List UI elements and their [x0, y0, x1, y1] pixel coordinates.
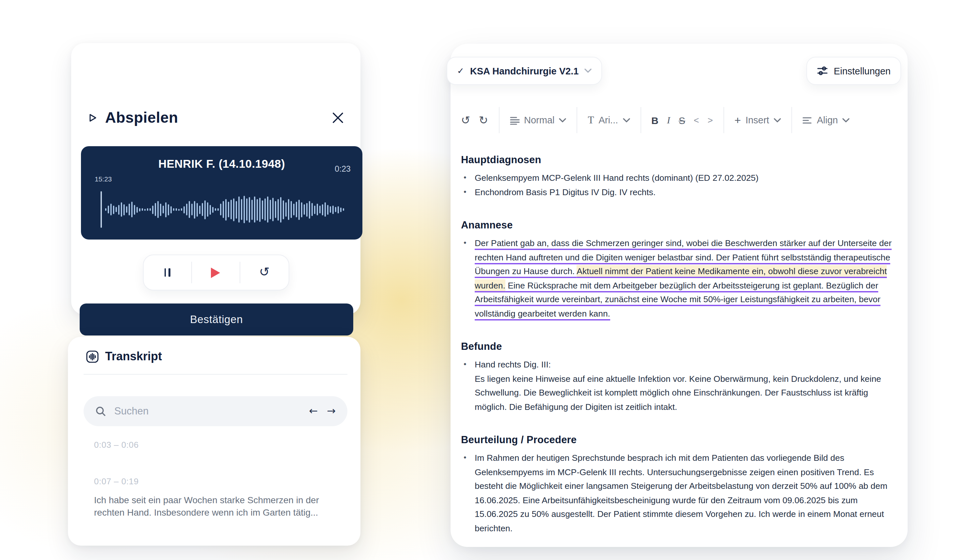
- app-background: Abspielen HENRIK F. (14.10.1948) 0:23 15…: [0, 0, 969, 560]
- entry-text: Ich habe seit ein paar Wochen starke Sch…: [94, 494, 326, 519]
- underlined-text: Eine Rücksprache mit dem Arbeitgeber bez…: [475, 280, 881, 318]
- template-selector[interactable]: ✓ KSA Handchirurgie V2.1: [447, 57, 602, 85]
- transcript-title: Transkript: [105, 350, 162, 364]
- next-match-button[interactable]: →: [327, 406, 336, 416]
- bullet-dot: •: [461, 236, 475, 321]
- section-heading: Befunde: [461, 341, 899, 352]
- transcript-entries: 0:03 – 0:06 0:07 – 0:19 Ich habe seit ei…: [94, 440, 334, 519]
- font-family-select[interactable]: T Ari...: [588, 115, 630, 125]
- chevron-down-icon: [842, 118, 849, 122]
- close-button[interactable]: [329, 109, 346, 126]
- font-tool-icon: T: [588, 115, 594, 125]
- playhead-cursor[interactable]: [101, 191, 102, 228]
- insert-menu-label: Insert: [745, 116, 769, 125]
- transcript-panel: Transkript ← → 0:03 – 0:06 0:07 – 0:19 I…: [68, 337, 360, 546]
- confirm-button[interactable]: Bestätigen: [80, 304, 353, 336]
- plus-icon: +: [734, 115, 741, 126]
- entry-timestamp: 0:03 – 0:06: [94, 440, 334, 450]
- transcript-entry[interactable]: 0:07 – 0:19 Ich habe seit ein paar Woche…: [94, 477, 334, 519]
- undo-button[interactable]: ↺: [461, 115, 470, 126]
- toolbar-divider: [576, 107, 577, 133]
- diagnosis-text: Gelenksempyem MCP-Gelenk III Hand rechts…: [475, 171, 899, 185]
- redo-icon: ↻: [479, 115, 488, 126]
- playback-modal: Abspielen HENRIK F. (14.10.1948) 0:23 15…: [71, 43, 360, 315]
- beurteilung-text: Im Rahmen der heutigen Sprechstunde besp…: [475, 451, 899, 535]
- paragraph-lines-icon: [509, 116, 519, 124]
- patient-name: HENRIK F. (14.10.1948): [81, 157, 362, 171]
- beurteilung-item: • Im Rahmen der heutigen Sprechstunde be…: [461, 451, 899, 535]
- align-icon: [803, 116, 812, 124]
- chevron-down-icon: [774, 118, 781, 122]
- befunde-body: Es liegen keine Hinweise auf eine aktuel…: [475, 374, 881, 412]
- search-icon: [95, 405, 107, 417]
- section-heading: Beurteilung / Procedere: [461, 434, 899, 446]
- transcript-entry[interactable]: 0:03 – 0:06: [94, 440, 334, 450]
- chevron-down-icon: [623, 118, 630, 122]
- section-heading: Anamnese: [461, 219, 899, 231]
- befunde-text: Hand rechts Dig. III: Es liegen keine Hi…: [475, 358, 899, 414]
- close-icon: [331, 111, 345, 124]
- anamnese-item: • Der Patient gab an, dass die Schmerzen…: [461, 236, 899, 321]
- play-icon: [211, 267, 220, 278]
- waveform[interactable]: [101, 188, 344, 231]
- transcript-search: ← →: [83, 396, 347, 426]
- audio-timestamp: 15:23: [95, 175, 112, 183]
- waveform-bars: [105, 196, 344, 223]
- toolbar-divider: [791, 107, 792, 133]
- waveform-icon: [86, 351, 98, 363]
- bullet-dot: •: [461, 358, 475, 414]
- toolbar-divider: [640, 107, 641, 133]
- anamnese-text: Der Patient gab an, dass die Schmerzen g…: [475, 236, 899, 321]
- section-hauptdiagnosen: Hauptdiagnosen • Gelenksempyem MCP-Gelen…: [461, 154, 899, 199]
- bold-button[interactable]: B: [651, 115, 659, 125]
- section-beurteilung: Beurteilung / Procedere • Im Rahmen der …: [461, 434, 899, 535]
- audio-player: HENRIK F. (14.10.1948) 0:23 15:23: [81, 146, 362, 239]
- bullet-dot: •: [461, 171, 475, 185]
- toolbar-divider: [499, 107, 499, 133]
- diagnosis-item: • Gelenksempyem MCP-Gelenk III Hand rech…: [461, 171, 899, 185]
- bullet-dot: •: [461, 185, 475, 199]
- restart-button[interactable]: ↺: [240, 255, 288, 290]
- settings-button-label: Einstellungen: [834, 66, 891, 76]
- editor-document[interactable]: Hauptdiagnosen • Gelenksempyem MCP-Gelen…: [461, 154, 899, 555]
- check-icon: ✓: [457, 66, 464, 76]
- redo-button[interactable]: ↻: [479, 115, 488, 126]
- chevron-down-icon: [584, 68, 591, 73]
- font-family-value: Ari...: [598, 116, 618, 125]
- diagnosis-item: • Enchondrom Basis P1 Digitus IV Dig. IV…: [461, 185, 899, 199]
- sliders-icon: [817, 65, 828, 76]
- undo-icon: ↺: [461, 115, 470, 126]
- search-navigation: ← →: [309, 406, 336, 416]
- strikethrough-button[interactable]: S: [679, 115, 685, 125]
- bullet-dot: •: [461, 451, 475, 535]
- pause-button[interactable]: [143, 255, 191, 290]
- formatting-toolbar: ↺ ↻ Normal T Ari... B I S < >: [461, 106, 849, 134]
- toolbar-divider: [724, 107, 724, 133]
- align-menu[interactable]: Align: [803, 116, 850, 125]
- insert-menu[interactable]: + Insert: [734, 115, 781, 126]
- diagnosis-text: Enchondrom Basis P1 Digitus IV Dig. IV r…: [475, 185, 899, 199]
- pause-icon: [164, 268, 170, 277]
- search-input[interactable]: [113, 405, 309, 418]
- italic-button[interactable]: I: [667, 115, 670, 125]
- chevron-down-icon: [559, 118, 566, 122]
- angle-left-button[interactable]: <: [694, 116, 699, 125]
- play-button[interactable]: [192, 255, 240, 290]
- document-editor-panel: ✓ KSA Handchirurgie V2.1 Einstellungen ↺…: [451, 44, 907, 547]
- angle-right-button[interactable]: >: [708, 116, 713, 125]
- section-heading: Hauptdiagnosen: [461, 154, 899, 166]
- align-menu-label: Align: [817, 116, 838, 125]
- playback-controls: ↺: [143, 254, 289, 291]
- audio-duration: 0:23: [335, 165, 351, 174]
- restart-icon: ↺: [259, 266, 270, 278]
- arrow-right-icon: →: [327, 405, 336, 417]
- befunde-item: • Hand rechts Dig. III: Es liegen keine …: [461, 358, 899, 414]
- settings-button[interactable]: Einstellungen: [806, 57, 901, 85]
- arrow-left-icon: ←: [309, 405, 318, 417]
- previous-match-button[interactable]: ←: [309, 406, 318, 416]
- paragraph-style-select[interactable]: Normal: [509, 116, 566, 125]
- section-anamnese: Anamnese • Der Patient gab an, dass die …: [461, 219, 899, 321]
- divider: [83, 374, 347, 375]
- paragraph-style-value: Normal: [524, 116, 554, 125]
- playback-modal-header: Abspielen: [88, 106, 346, 129]
